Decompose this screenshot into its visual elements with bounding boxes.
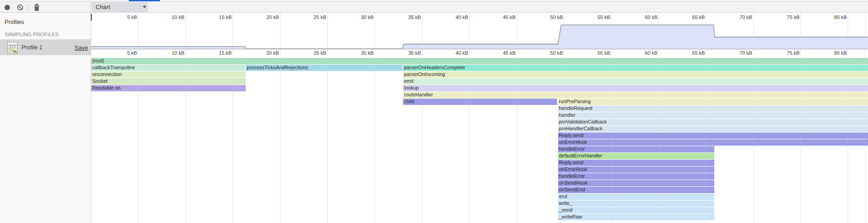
svg-text:%: %: [13, 49, 17, 54]
